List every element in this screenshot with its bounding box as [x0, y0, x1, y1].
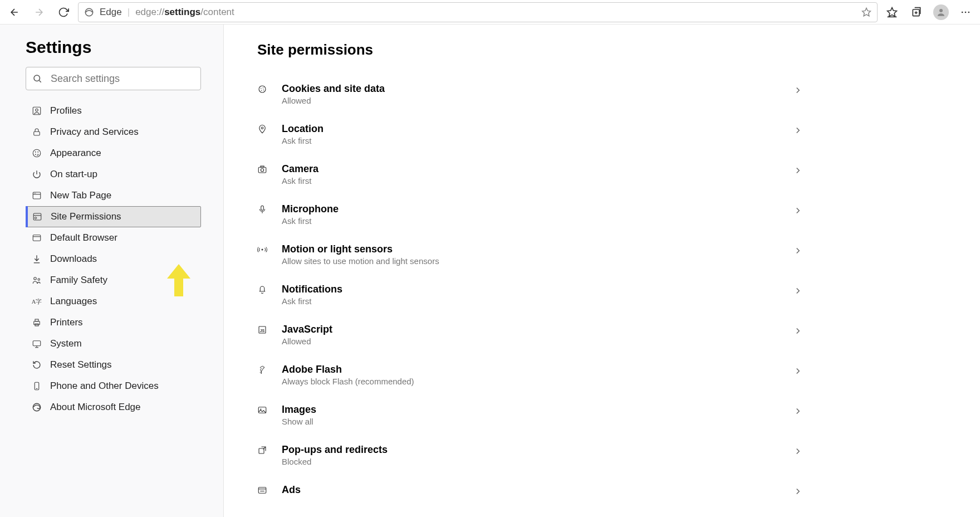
browser-toolbar: Edge | edge://settings/content — [0, 0, 980, 25]
chevron-right-icon — [793, 324, 803, 336]
edge-icon — [31, 402, 42, 412]
sidebar-item-siteperm[interactable]: Site Permissions — [26, 206, 201, 227]
lock-icon — [31, 127, 42, 137]
permission-title: Adobe Flash — [282, 364, 781, 375]
family-icon — [31, 275, 42, 285]
sidebar-item-label: Downloads — [50, 253, 97, 265]
sidebar-item-languages[interactable]: Languages — [26, 291, 201, 312]
sidebar-item-startup[interactable]: On start-up — [26, 164, 201, 185]
sidebar-item-system[interactable]: System — [26, 333, 201, 354]
mic-icon — [257, 203, 270, 214]
profiles-icon — [31, 106, 42, 116]
svg-point-8 — [968, 11, 970, 13]
svg-line-10 — [39, 80, 41, 82]
permission-title: Camera — [282, 163, 781, 175]
sidebar-item-label: Languages — [50, 296, 97, 307]
permission-item-location[interactable]: Location Ask first — [257, 114, 803, 154]
cookie-icon — [257, 83, 270, 94]
star-icon[interactable] — [861, 7, 871, 17]
permission-title: Motion or light sensors — [282, 243, 781, 255]
sidebar-item-reset[interactable]: Reset Settings — [26, 354, 201, 375]
permission-subtitle: Ask first — [282, 216, 781, 226]
sidebar-item-family[interactable]: Family Safety — [26, 270, 201, 291]
url-text: edge://settings/content — [135, 7, 234, 18]
system-icon — [31, 339, 42, 349]
permission-item-camera[interactable]: Camera Ask first — [257, 154, 803, 194]
permission-subtitle: Ask first — [282, 176, 781, 186]
sidebar-item-phone[interactable]: Phone and Other Devices — [26, 375, 201, 397]
sidebar-item-label: Phone and Other Devices — [50, 381, 159, 392]
permission-subtitle: Ask first — [282, 296, 781, 306]
ads-icon — [257, 484, 270, 495]
permission-title: Microphone — [282, 203, 781, 215]
permission-item-javascript[interactable]: JavaScript Allowed — [257, 315, 803, 355]
reset-icon — [31, 360, 42, 370]
phone-icon — [31, 381, 42, 391]
sidebar-item-privacy[interactable]: Privacy and Services — [26, 121, 201, 143]
forward-button[interactable] — [29, 2, 49, 22]
permission-item-motion[interactable]: Motion or light sensors Allow sites to u… — [257, 235, 803, 275]
svg-point-7 — [965, 11, 967, 13]
sidebar-item-label: Privacy and Services — [50, 126, 139, 138]
sidebar-item-appearance[interactable]: Appearance — [26, 143, 201, 164]
chevron-right-icon — [793, 484, 803, 496]
svg-marker-1 — [863, 8, 871, 16]
svg-point-6 — [962, 11, 963, 13]
camera-icon — [257, 163, 270, 174]
chevron-right-icon — [793, 83, 803, 95]
permission-item-microphone[interactable]: Microphone Ask first — [257, 194, 803, 235]
sidebar-item-printers[interactable]: Printers — [26, 312, 201, 333]
image-icon — [257, 404, 270, 415]
sidebar-item-profiles[interactable]: Profiles — [26, 100, 201, 121]
brand-label: Edge — [100, 7, 122, 18]
permission-title: Images — [282, 404, 781, 416]
sidebar-item-downloads[interactable]: Downloads — [26, 248, 201, 270]
location-icon — [257, 123, 270, 134]
permission-item-popups[interactable]: Pop-ups and redirects Blocked — [257, 435, 803, 475]
chevron-right-icon — [793, 364, 803, 376]
sidebar-item-newtab[interactable]: New Tab Page — [26, 185, 201, 206]
sidebar-item-label: Reset Settings — [50, 359, 112, 370]
settings-content: Site permissions Cookies and site data A… — [224, 25, 980, 517]
permission-item-cookies[interactable]: Cookies and site data Allowed — [257, 74, 803, 114]
siteperm-icon — [32, 212, 43, 222]
chevron-right-icon — [793, 123, 803, 135]
more-button[interactable] — [955, 2, 976, 22]
permission-subtitle: Ask first — [282, 136, 781, 145]
printer-icon — [31, 318, 42, 328]
power-icon — [31, 169, 42, 179]
search-settings-input[interactable] — [26, 67, 201, 90]
permission-item-flash[interactable]: Adobe Flash Always block Flash (recommen… — [257, 355, 803, 395]
grid-icon — [31, 191, 42, 201]
sidebar-item-label: Site Permissions — [51, 211, 121, 222]
sensor-icon — [257, 243, 270, 255]
svg-point-5 — [939, 9, 943, 12]
permissions-list: Cookies and site data Allowed Location A… — [257, 74, 803, 505]
sidebar-item-defaultbrowser[interactable]: Default Browser — [26, 227, 201, 248]
permission-item-notifications[interactable]: Notifications Ask first — [257, 275, 803, 315]
window-icon — [31, 233, 42, 243]
permission-subtitle: Blocked — [282, 457, 781, 466]
chevron-right-icon — [793, 444, 803, 456]
chevron-right-icon — [793, 163, 803, 175]
sidebar-item-label: System — [50, 338, 82, 349]
permission-subtitle: Allowed — [282, 336, 781, 346]
page-heading: Site permissions — [257, 41, 947, 58]
permission-item-images[interactable]: Images Show all — [257, 395, 803, 435]
sidebar-item-about[interactable]: About Microsoft Edge — [26, 397, 201, 418]
refresh-button[interactable] — [53, 2, 74, 22]
bell-icon — [257, 284, 270, 295]
permission-title: Cookies and site data — [282, 83, 781, 95]
profile-button[interactable] — [931, 2, 951, 22]
collections-button[interactable] — [906, 2, 927, 22]
favorites-button[interactable] — [882, 2, 902, 22]
svg-point-9 — [34, 75, 40, 81]
permission-item-ads[interactable]: Ads — [257, 475, 803, 505]
sidebar-item-label: Printers — [50, 317, 83, 328]
edge-logo-icon — [84, 7, 94, 17]
address-bar[interactable]: Edge | edge://settings/content — [78, 2, 878, 22]
sidebar-item-label: New Tab Page — [50, 190, 111, 201]
back-button[interactable] — [4, 2, 24, 22]
svg-marker-2 — [888, 7, 897, 16]
permission-title: Location — [282, 123, 781, 135]
